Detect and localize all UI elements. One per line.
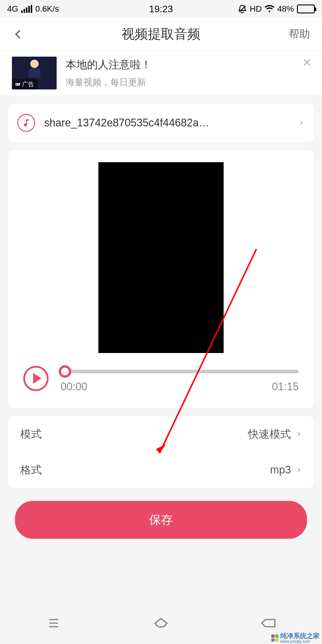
player-controls: 00:00 01:15 (23, 364, 299, 393)
mute-icon (238, 4, 247, 13)
recents-button[interactable] (39, 614, 69, 632)
ad-subtitle: 海量视频，每日更新 (66, 76, 310, 89)
ad-title: 本地的人注意啦！ (66, 58, 310, 72)
page-title: 视频提取音频 (122, 25, 200, 43)
battery-pct: 48% (277, 4, 294, 14)
close-icon[interactable]: ✕ (301, 57, 313, 69)
network-speed: 0.6K/s (35, 4, 59, 14)
app-header: 视频提取音频 帮助 (0, 18, 322, 51)
mode-value: 快速模式 (248, 427, 302, 442)
hd-label: HD (250, 4, 262, 14)
status-right: HD 48% (238, 4, 315, 14)
signal-icon (21, 5, 32, 13)
settings-card: 模式 快速模式 格式 mp3 (8, 416, 314, 488)
watermark-text: 纯净系统之家 (280, 633, 320, 639)
format-value: mp3 (270, 464, 302, 476)
seek-thumb[interactable] (59, 365, 71, 378)
mode-label: 模式 (20, 427, 42, 442)
status-left: 4G 0.6K/s (7, 4, 59, 14)
network-label: 4G (7, 4, 18, 14)
video-preview[interactable] (98, 162, 224, 353)
player-card: 00:00 01:15 (8, 150, 314, 408)
ad-banner[interactable]: 广告 本地的人注意啦！ 海量视频，每日更新 ✕ (0, 51, 322, 95)
back-icon[interactable] (12, 28, 24, 40)
save-button[interactable]: 保存 (15, 501, 307, 539)
play-button[interactable] (23, 366, 49, 391)
current-time: 00:00 (61, 380, 87, 393)
wifi-icon (265, 5, 274, 13)
ad-thumbnail: 广告 (12, 57, 57, 89)
watermark-icon (271, 634, 278, 642)
seek-track[interactable]: 00:00 01:15 (61, 364, 299, 393)
watermark: 纯净系统之家 www.ycwjty.com (269, 632, 322, 644)
duration-time: 01:15 (272, 380, 299, 393)
back-nav-button[interactable] (253, 614, 283, 632)
format-row[interactable]: 格式 mp3 (20, 452, 302, 488)
seek-bar (61, 370, 299, 373)
chevron-right-icon (296, 431, 302, 437)
mode-row[interactable]: 模式 快速模式 (20, 416, 302, 452)
status-bar: 4G 0.6K/s 19:23 HD 48% (0, 0, 322, 18)
music-note-icon (17, 114, 35, 132)
help-button[interactable]: 帮助 (289, 27, 310, 41)
ad-text: 本地的人注意啦！ 海量视频，每日更新 (66, 58, 310, 89)
chevron-right-icon (296, 467, 302, 473)
status-time: 19:23 (149, 4, 173, 15)
chevron-right-icon (298, 119, 305, 126)
time-row: 00:00 01:15 (61, 380, 299, 393)
ad-badge: 广告 (12, 79, 38, 89)
battery-icon (297, 4, 315, 13)
format-label: 格式 (20, 463, 42, 477)
play-icon (33, 373, 41, 384)
file-name: share_13742e870535c4f44682a… (44, 117, 289, 129)
file-selector[interactable]: share_13742e870535c4f44682a… (8, 104, 314, 142)
home-button[interactable] (146, 614, 176, 632)
watermark-url: www.ycwjty.com (280, 639, 320, 643)
